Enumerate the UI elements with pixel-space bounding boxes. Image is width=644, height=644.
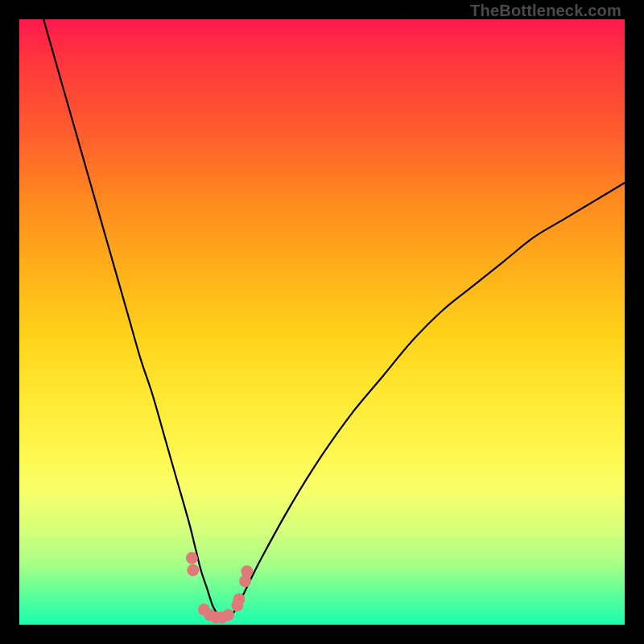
bottleneck-curve: [43, 19, 625, 618]
valley-markers: [186, 552, 253, 624]
plot-area: [19, 19, 625, 625]
marker-dot: [241, 565, 253, 577]
marker-dot: [186, 552, 198, 564]
curve-layer: [19, 19, 625, 625]
marker-dot: [222, 609, 234, 621]
chart-frame: TheBottleneck.com: [0, 0, 644, 644]
watermark-text: TheBottleneck.com: [470, 2, 621, 20]
marker-dot: [233, 593, 245, 605]
marker-dot: [187, 564, 199, 576]
